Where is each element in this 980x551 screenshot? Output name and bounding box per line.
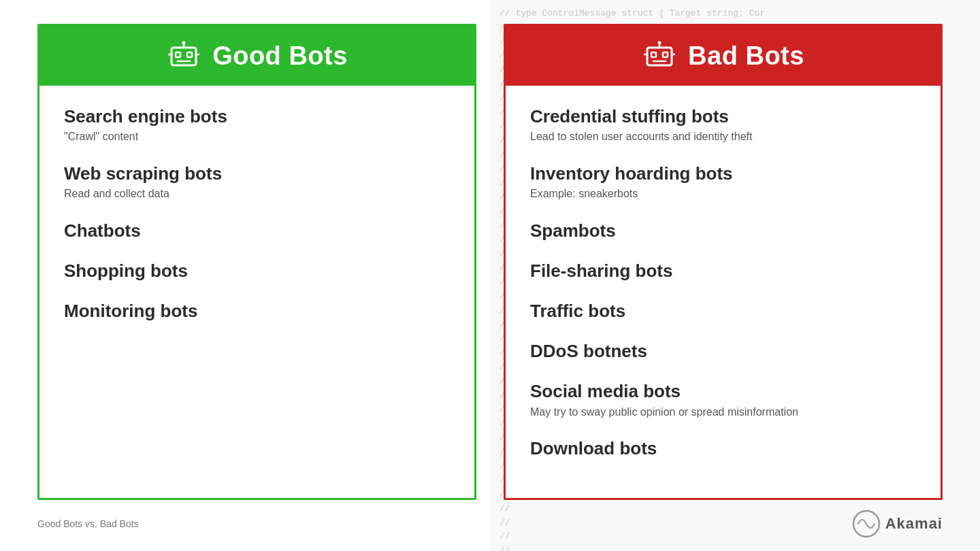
svg-point-13 [658, 41, 662, 45]
akamai-logo-icon [851, 509, 881, 539]
bot-item-desc: Read and collect data [64, 186, 450, 201]
svg-rect-10 [663, 52, 668, 57]
bot-item-name: Social media bots [530, 381, 916, 402]
list-item: Chatbots [64, 220, 450, 241]
list-item: Download bots [530, 438, 916, 459]
bad-bots-header: Bad Bots [506, 26, 941, 86]
bad-bots-card: Bad Bots Credential stuffing botsLead to… [504, 24, 943, 500]
svg-point-5 [182, 41, 186, 45]
svg-rect-2 [187, 52, 192, 57]
list-item: File-sharing bots [530, 261, 916, 282]
bot-item-name: Monitoring bots [64, 301, 450, 322]
good-bots-title: Good Bots [212, 41, 348, 71]
bot-item-name: Inventory hoarding bots [530, 163, 916, 184]
bot-item-name: Spambots [530, 220, 916, 241]
bad-bots-title: Bad Bots [688, 41, 804, 71]
good-bots-card: Good Bots Search engine bots"Crawl" cont… [37, 24, 476, 500]
list-item: Credential stuffing botsLead to stolen u… [530, 106, 916, 144]
list-item: Monitoring bots [64, 301, 450, 322]
svg-rect-9 [651, 52, 656, 57]
list-item: Traffic bots [530, 301, 916, 322]
list-item: Inventory hoarding botsExample: sneakerb… [530, 163, 916, 201]
bot-item-name: Search engine bots [64, 106, 450, 127]
list-item: Shopping bots [64, 261, 450, 282]
bot-item-desc: May try to sway public opinion or spread… [530, 405, 916, 420]
footer-label: Good Bots vs. Bad Bots [37, 518, 139, 529]
good-bots-header: Good Bots [39, 26, 474, 86]
bot-item-name: Chatbots [64, 220, 450, 241]
akamai-text: Akamai [885, 515, 943, 533]
bot-item-name: Shopping bots [64, 261, 450, 282]
bot-item-name: DDoS botnets [530, 341, 916, 362]
bot-item-name: Traffic bots [530, 301, 916, 322]
bot-item-desc: Example: sneakerbots [530, 186, 916, 201]
good-bots-body: Search engine bots"Crawl" contentWeb scr… [39, 86, 474, 342]
bot-item-name: File-sharing bots [530, 261, 916, 282]
list-item: Search engine bots"Crawl" content [64, 106, 450, 144]
bot-item-name: Credential stuffing bots [530, 106, 916, 127]
bot-item-desc: Lead to stolen user accounts and identit… [530, 129, 916, 144]
list-item: Web scraping botsRead and collect data [64, 163, 450, 201]
footer: Good Bots vs. Bad Bots Akamai [37, 509, 943, 539]
akamai-logo: Akamai [851, 509, 943, 539]
bad-bot-icon [642, 38, 677, 73]
bad-bots-body: Credential stuffing botsLead to stolen u… [506, 86, 941, 480]
bot-item-desc: "Crawl" content [64, 129, 450, 144]
svg-rect-1 [176, 52, 180, 57]
list-item: Spambots [530, 220, 916, 241]
bot-item-name: Web scraping bots [64, 163, 450, 184]
good-bot-icon [166, 38, 201, 73]
list-item: Social media botsMay try to sway public … [530, 381, 916, 419]
main-container: Good Bots Search engine bots"Crawl" cont… [0, 0, 980, 551]
list-item: DDoS botnets [530, 341, 916, 362]
bot-item-name: Download bots [530, 438, 916, 459]
